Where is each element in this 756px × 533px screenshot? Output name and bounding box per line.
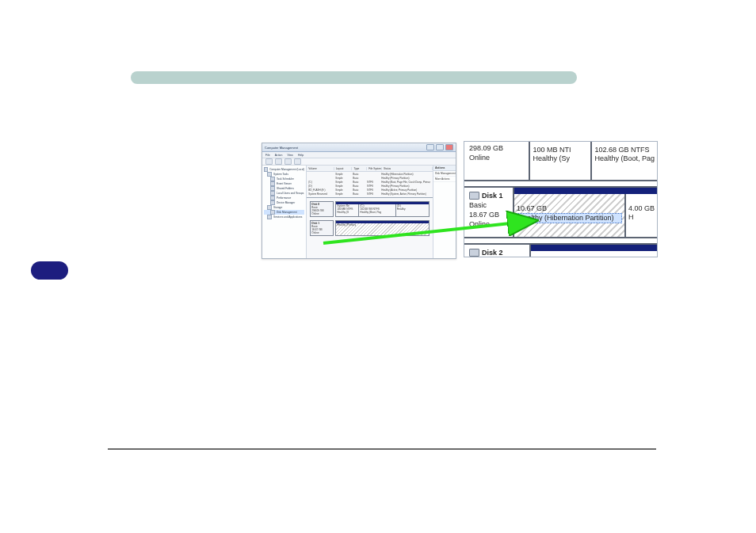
- zoom-disk0-size: 298.09 GB: [469, 143, 524, 153]
- disk-label: Disk 1Basic18.67 GBOnline: [310, 220, 334, 236]
- col-layout[interactable]: Layout: [334, 167, 353, 170]
- menu-action[interactable]: Action: [275, 154, 283, 157]
- zoom-part-status: H: [628, 213, 655, 222]
- tree-icon: [267, 215, 272, 219]
- disk-stripe: [514, 188, 657, 194]
- disk-icon: [469, 192, 479, 200]
- zoom-disk1-part-hibernation[interactable]: 10.67 GB Healthy (Hibernation Partition): [514, 194, 626, 237]
- cell: Simple: [334, 192, 351, 196]
- zoom-part-status: Healthy (Sy: [533, 154, 588, 163]
- zoom-part-status: Healthy (Boot, Pag: [594, 154, 655, 163]
- disk-map[interactable]: Disk 0Basic298.09 GBOnlineSystem Re100 M…: [307, 197, 433, 259]
- disk-row: Disk 0Basic298.09 GBOnlineSystem Re100 M…: [310, 201, 430, 217]
- partition[interactable]: Healthy (Primary: [336, 223, 429, 235]
- actions-pane: Actions Disk Management More Actions: [433, 166, 456, 259]
- maximize-button[interactable]: [436, 144, 444, 150]
- tree-item-label: Local Users and Groups: [277, 192, 304, 196]
- disk-partitions: System Re100 MB NTFSHealthy (S(C:)102.68…: [335, 201, 430, 217]
- cell: System Reserved: [307, 192, 334, 196]
- zoom-disk0-label: 298.09 GB Online: [464, 142, 530, 180]
- zoom-part-status: Healthy (Hibernation Partition): [517, 213, 622, 223]
- zoom-disk1-label: Disk 1 Basic 18.67 GB Online: [464, 188, 514, 237]
- partition[interactable]: (C:)102.68 GB NTFSHealthy (Boot, Pag: [359, 204, 396, 216]
- screenshot-computer-management: Computer Management File Action View Hel…: [262, 143, 456, 259]
- window-controls: [426, 144, 453, 150]
- zoom-part-size: 102.68 GB NTFS: [594, 146, 655, 154]
- tree-item-label: System Tools: [273, 173, 288, 177]
- disk-label: Disk 0Basic298.09 GBOnline: [310, 201, 334, 217]
- volume-table[interactable]: Volume Layout Type File System Status Si…: [307, 166, 433, 197]
- menu-file[interactable]: File: [265, 154, 270, 157]
- disk-stripe: [531, 245, 657, 251]
- zoom-part-size: 100 MB NTI: [533, 146, 588, 154]
- zoom-disk2-label: Disk 2: [464, 245, 531, 257]
- disk-icon: [469, 249, 479, 257]
- tree-item-label: Device Manager: [277, 201, 295, 205]
- tree-item-label: Computer Management (Local): [269, 168, 304, 172]
- zoom-disk1-part2[interactable]: 4.00 GB H: [626, 194, 657, 237]
- section-header-bar: [131, 71, 577, 84]
- cell: Basic: [351, 192, 365, 196]
- navigation-tree[interactable]: Computer Management (Local)System ToolsT…: [262, 166, 307, 259]
- note-badge: [31, 261, 68, 280]
- tree-item-label: Performance: [277, 196, 291, 200]
- toolbar-back[interactable]: [265, 158, 273, 165]
- zoom-disk1-status: Online: [469, 219, 508, 229]
- tree-item[interactable]: Services and Applications: [264, 215, 304, 219]
- cell: NTFS: [365, 192, 380, 196]
- tree-item-label: Task Scheduler: [277, 177, 294, 181]
- zoom-part-size: 4.00 GB: [628, 204, 655, 213]
- disk-row: Disk 1Basic18.67 GBOnlineHealthy (Primar…: [310, 220, 430, 236]
- close-button[interactable]: [445, 144, 453, 150]
- actions-item[interactable]: Disk Management: [433, 171, 456, 177]
- window-titlebar: Computer Management: [262, 143, 456, 152]
- tree-item-label: Storage: [273, 206, 282, 210]
- cell: Healthy (System, Active, Primary Partiti…: [380, 192, 430, 196]
- toolbar: [262, 158, 456, 166]
- actions-item[interactable]: More Actions: [433, 177, 456, 182]
- tree-item-label: Disk Management: [277, 211, 297, 215]
- zoom-disk1-name: Disk 1: [482, 191, 503, 200]
- zoom-disk2-name: Disk 2: [482, 248, 503, 257]
- actions-header: Actions: [433, 166, 456, 171]
- tree-item-label: Event Viewer: [277, 182, 292, 186]
- menu-view[interactable]: View: [287, 154, 293, 157]
- tree-item-label: Services and Applications: [273, 215, 302, 219]
- tree-item-label: Shared Folders: [277, 187, 294, 191]
- menubar: File Action View Help: [262, 152, 456, 158]
- toolbar-help[interactable]: [294, 158, 301, 165]
- zoom-disk0-status: Online: [469, 153, 524, 162]
- minimize-button[interactable]: [426, 144, 434, 150]
- window-title: Computer Management: [265, 146, 298, 150]
- zoom-disk0-part2[interactable]: 102.68 GB NTFS Healthy (Boot, Pag: [592, 142, 657, 180]
- menu-help[interactable]: Help: [298, 154, 304, 157]
- partition[interactable]: System Re100 MB NTFSHealthy (S: [336, 204, 359, 216]
- zoom-disk1-type: Basic: [469, 200, 508, 210]
- col-filesystem[interactable]: File System: [367, 167, 382, 170]
- partition[interactable]: (D:)Healthy: [396, 204, 429, 216]
- table-row[interactable]: System ReservedSimpleBasicNTFSHealthy (S…: [307, 192, 433, 196]
- page-footer-rule: [108, 448, 656, 450]
- zoom-disk1-size: 18.67 GB: [469, 210, 508, 219]
- zoom-part-size: 10.67 GB: [517, 204, 622, 213]
- disk-partitions: Healthy (Primary: [335, 220, 430, 236]
- screenshot-zoom-disks: 298.09 GB Online 100 MB NTI Healthy (Sy …: [464, 141, 658, 257]
- toolbar-forward[interactable]: [275, 158, 282, 165]
- col-type[interactable]: Type: [352, 167, 367, 170]
- zoom-disk0-part1[interactable]: 100 MB NTI Healthy (Sy: [530, 142, 592, 180]
- col-status[interactable]: Status: [382, 167, 433, 170]
- col-volume[interactable]: Volume: [307, 167, 334, 170]
- toolbar-refresh[interactable]: [284, 158, 292, 165]
